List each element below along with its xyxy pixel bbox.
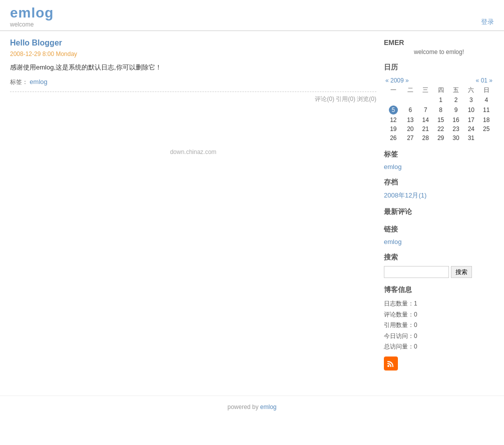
sidebar-links-section: 链接 emlog: [384, 225, 494, 246]
cal-header-sun: 日: [479, 85, 494, 96]
watermark-text: down.chinaz.com: [10, 148, 376, 156]
powered-by-text: powered by: [227, 404, 258, 410]
sidebar-search-section: 搜索 搜索: [384, 253, 494, 278]
calendar-title: 日历: [384, 63, 494, 73]
post-footer: 评论(0) 引用(0) 浏览(0): [10, 92, 376, 104]
calendar-week-4: 19 20 21 22 23 24 25: [384, 124, 494, 134]
site-subtitle: welcome: [10, 21, 494, 28]
trackback-link[interactable]: 引用(0): [336, 96, 355, 102]
views-link[interactable]: 浏览(0): [357, 96, 376, 102]
cal-header-thu: 四: [433, 85, 448, 96]
site-title[interactable]: emlog: [10, 5, 494, 21]
links-title: 链接: [384, 225, 494, 235]
page-footer: powered by emlog: [0, 396, 504, 418]
blog-post: Hello Blogger 2008-12-29 8:00 Monday 感谢使…: [10, 38, 376, 108]
rss-svg: [387, 360, 395, 368]
post-tag-link[interactable]: emlog: [30, 78, 47, 86]
archive-link[interactable]: 2008年12月(1): [384, 191, 494, 200]
sidebar-recent-comments-section: 最新评论: [384, 208, 494, 218]
sidebar-tags-section: 标签 emlog: [384, 150, 494, 170]
rss-icon[interactable]: [384, 356, 398, 370]
svg-point-0: [387, 365, 389, 367]
search-button[interactable]: 搜索: [451, 266, 472, 278]
calendar-nav-row: « 2009 » « 01 »: [384, 76, 494, 85]
calendar-prev-month[interactable]: « 01 »: [448, 76, 494, 85]
calendar-week-5: 26 27 28 29 30 31: [384, 134, 494, 142]
calendar-table: « 2009 » « 01 » 一 二 三 四 五 六 日: [384, 76, 494, 142]
post-content: 感谢使用emlog,这是系统的默认日志,你可以删除它！: [10, 62, 376, 73]
search-input[interactable]: [384, 266, 449, 278]
search-title: 搜索: [384, 253, 494, 263]
content-area: Hello Blogger 2008-12-29 8:00 Monday 感谢使…: [10, 38, 376, 338]
blogger-info: 日志数量：1 评论数量：0 引用数量：0 今日访问：0 总访问量：0: [384, 298, 494, 352]
archive-title: 存档: [384, 178, 494, 188]
comments-count: 评论数量：0: [384, 310, 494, 320]
sidebar-welcome: welcome to emlog!: [384, 48, 494, 56]
tags-title: 标签: [384, 150, 494, 160]
sidebar-blogger-info-section: 博客信息 日志数量：1 评论数量：0 引用数量：0 今日访问：0 总访问量：0: [384, 286, 494, 370]
footer-link[interactable]: emlog: [260, 404, 277, 410]
cal-header-fri: 五: [448, 85, 463, 96]
page-header: emlog welcome 登录: [0, 0, 504, 31]
main-container: Hello Blogger 2008-12-29 8:00 Monday 感谢使…: [0, 31, 504, 386]
sidebar: EMER welcome to emlog! 日历 « 2009 » « 01 …: [384, 38, 494, 378]
login-link[interactable]: 登录: [481, 18, 494, 26]
sidebar-archive-section: 存档 2008年12月(1): [384, 178, 494, 200]
search-box: 搜索: [384, 266, 494, 278]
tags-label: 标签：: [10, 78, 28, 86]
emer-title: EMER: [384, 38, 494, 46]
sidebar-calendar-section: 日历 « 2009 » « 01 » 一 二 三 四 五 六 日: [384, 63, 494, 142]
links-link[interactable]: emlog: [384, 238, 494, 246]
calendar-week-2: 5 6 7 8 9 10 11: [384, 104, 494, 116]
recent-comments-title: 最新评论: [384, 208, 494, 218]
blogger-info-title: 博客信息: [384, 286, 494, 296]
sidebar-emer-section: EMER welcome to emlog!: [384, 38, 494, 56]
calendar-week-1: 1 2 3 4: [384, 96, 494, 104]
tag-link[interactable]: emlog: [384, 163, 494, 170]
post-tags: 标签： emlog: [10, 78, 376, 86]
calendar-header-row: 一 二 三 四 五 六 日: [384, 85, 494, 96]
cal-header-tue: 二: [403, 85, 418, 96]
cal-header-sat: 六: [463, 85, 478, 96]
calendar-week-3: 12 13 14 15 16 17 18: [384, 116, 494, 124]
post-date: 2008-12-29 8:00 Monday: [10, 50, 376, 58]
cal-header-mon: 一: [384, 85, 403, 96]
today-visits: 今日访问：0: [384, 331, 494, 342]
calendar-prev-year[interactable]: « 2009 »: [384, 76, 433, 85]
posts-count: 日志数量：1: [384, 298, 494, 310]
comments-link[interactable]: 评论(0): [315, 96, 334, 102]
cal-header-wed: 三: [418, 85, 433, 96]
post-title[interactable]: Hello Blogger: [10, 38, 376, 48]
trackbacks-count: 引用数量：0: [384, 320, 494, 331]
total-visits: 总访问量：0: [384, 342, 494, 352]
